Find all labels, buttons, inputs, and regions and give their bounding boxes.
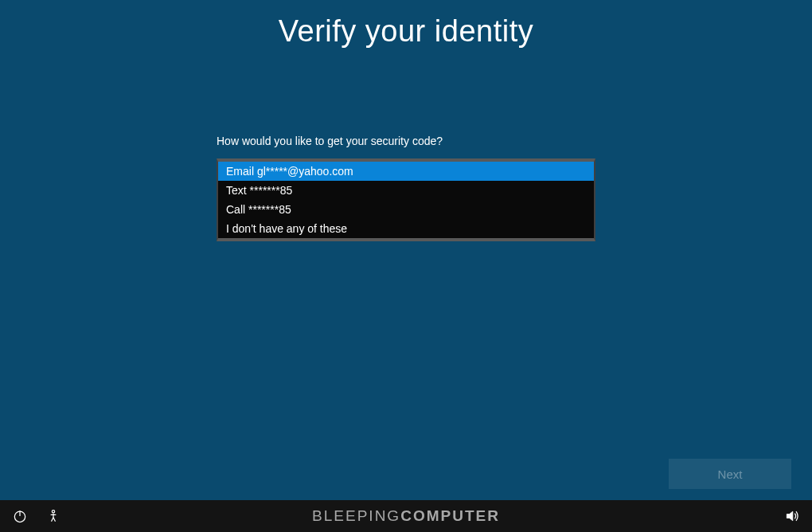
verification-method-dropdown[interactable]: Email gl*****@yahoo.com Text *******85 C… (217, 158, 595, 241)
watermark-right: COMPUTER (400, 507, 500, 524)
content-block: How would you like to get your security … (217, 135, 595, 241)
power-icon[interactable] (11, 507, 29, 525)
svg-point-2 (52, 510, 54, 513)
main-content: Verify your identity How would you like … (0, 0, 812, 500)
taskbar-right (783, 507, 801, 525)
option-call[interactable]: Call *******85 (218, 200, 594, 219)
taskbar: BLEEPINGCOMPUTER (0, 500, 812, 532)
option-text[interactable]: Text *******85 (218, 181, 594, 200)
watermark: BLEEPINGCOMPUTER (312, 507, 500, 525)
taskbar-left (11, 507, 62, 525)
watermark-left: BLEEPING (312, 507, 400, 524)
volume-icon[interactable] (783, 507, 801, 525)
option-email[interactable]: Email gl*****@yahoo.com (218, 162, 594, 181)
option-none[interactable]: I don't have any of these (218, 219, 594, 238)
security-code-prompt: How would you like to get your security … (217, 135, 595, 147)
page-title: Verify your identity (279, 14, 533, 49)
accessibility-icon[interactable] (45, 507, 62, 525)
next-button[interactable]: Next (669, 459, 791, 489)
